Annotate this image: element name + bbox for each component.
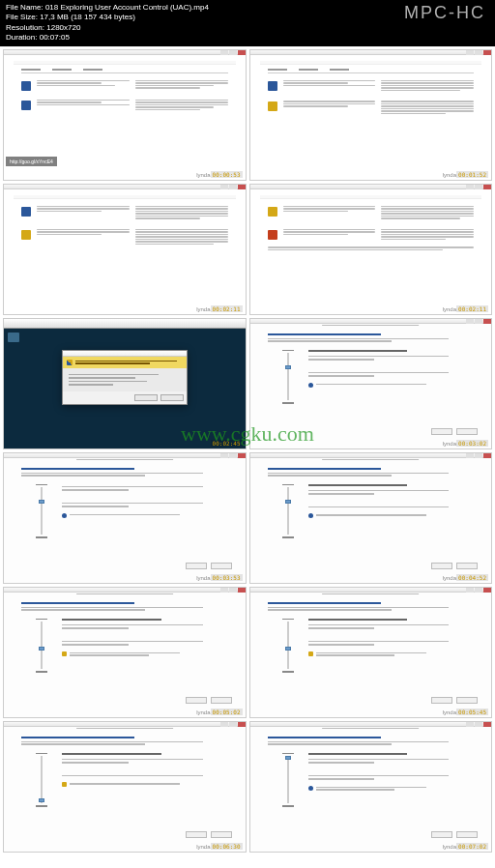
shield-warn-icon (268, 207, 277, 217)
shield-block-icon (268, 230, 277, 240)
window-titlebar (4, 319, 246, 329)
duration-value: 00:07:05 (40, 33, 70, 42)
thumbnail-2[interactable]: lynda 00:01:52 (249, 49, 493, 181)
cancel-button[interactable] (456, 563, 478, 569)
timestamp: 00:02:11 (211, 305, 243, 312)
info-icon (308, 383, 313, 388)
lynda-watermark: lynda (196, 306, 210, 312)
url-badge: http://goo.gl/xYncE4 (6, 157, 57, 166)
timestamp: 00:01:52 (456, 171, 488, 178)
warn-icon (62, 651, 67, 656)
cancel-button[interactable] (456, 428, 478, 435)
lynda-watermark: lynda (443, 306, 456, 312)
uac-slider[interactable] (281, 619, 295, 673)
duration-label: Duration: (6, 33, 37, 42)
ok-button[interactable] (186, 697, 207, 704)
timestamp: 00:03:02 (456, 440, 488, 447)
ok-button[interactable] (431, 563, 452, 569)
resolution-label: Resolution: (6, 23, 44, 32)
info-icon (62, 513, 67, 518)
thumbnail-11[interactable]: lynda 00:06:30 (3, 721, 247, 853)
thumbnail-12[interactable]: lynda 00:07:02 (249, 721, 493, 853)
thumbnail-3[interactable]: lynda 00:02:11 (3, 184, 247, 315)
info-icon (308, 513, 313, 518)
cancel-button[interactable] (211, 563, 232, 569)
shield-warn-icon (21, 230, 31, 240)
desktop-icon (8, 333, 19, 342)
lynda-watermark: lynda (443, 172, 456, 178)
app-logo: MPC-HC (404, 3, 489, 23)
uac-slider[interactable] (35, 484, 48, 538)
thumbnail-7[interactable]: lynda 00:03:53 (3, 452, 247, 584)
shield-icon (21, 81, 31, 91)
yes-button[interactable] (134, 394, 158, 401)
thumbnail-4[interactable]: lynda 00:02:11 (249, 184, 493, 315)
timestamp: 00:00:53 (211, 171, 243, 178)
thumbnail-1[interactable]: http://goo.gl/xYncE4 lynda 00:00:53 (3, 49, 247, 181)
uac-slider[interactable] (35, 753, 48, 807)
cancel-button[interactable] (211, 697, 232, 704)
info-icon (308, 786, 313, 791)
shield-icon (268, 81, 277, 91)
ok-button[interactable] (431, 428, 452, 435)
slider-thumb[interactable] (285, 365, 291, 369)
uac-banner (63, 357, 187, 368)
file-metadata: File Name: 018 Exploring User Account Co… (6, 3, 209, 43)
lynda-watermark: lynda (443, 441, 456, 447)
timestamp: 00:02:11 (456, 305, 488, 312)
resolution-value: 1280x720 (46, 23, 80, 32)
thumbnail-8[interactable]: lynda 00:04:52 (249, 452, 493, 584)
thumbnail-5[interactable]: 00:02:45 (3, 318, 247, 449)
ok-button[interactable] (431, 697, 452, 704)
uac-slider[interactable] (281, 484, 295, 538)
filesize-label: File Size: (6, 13, 38, 21)
ok-button[interactable] (186, 563, 207, 569)
uac-slider[interactable] (35, 619, 48, 673)
ok-button[interactable] (431, 831, 452, 838)
no-button[interactable] (160, 394, 184, 401)
thumbnail-grid: http://goo.gl/xYncE4 lynda 00:00:53 lynd… (0, 46, 495, 855)
thumbnail-9[interactable]: lynda 00:05:02 (3, 587, 247, 718)
uac-dialog (62, 350, 188, 405)
shield-warn-icon (268, 101, 277, 111)
shield-icon (21, 101, 31, 110)
filename-value: 018 Exploring User Account Control (UAC)… (45, 3, 209, 12)
shield-icon (21, 207, 31, 217)
uac-slider[interactable] (281, 753, 295, 807)
lynda-watermark: lynda (196, 172, 210, 178)
cancel-button[interactable] (456, 697, 478, 704)
thumbnail-10[interactable]: lynda 00:05:45 (249, 587, 493, 718)
warn-icon (308, 651, 313, 656)
metadata-header: File Name: 018 Exploring User Account Co… (0, 0, 495, 46)
cancel-button[interactable] (211, 831, 232, 838)
ok-button[interactable] (186, 831, 207, 838)
filesize-value: 17,3 MB (18 157 434 bytes) (40, 13, 135, 21)
thumbnail-6[interactable]: lynda 00:03:02 (249, 318, 493, 449)
timestamp: 00:02:45 (211, 440, 243, 447)
cancel-button[interactable] (456, 831, 478, 838)
shield-icon (67, 360, 73, 365)
warn-icon (62, 782, 67, 787)
filename-label: File Name: (6, 3, 44, 12)
uac-slider[interactable] (281, 350, 295, 404)
